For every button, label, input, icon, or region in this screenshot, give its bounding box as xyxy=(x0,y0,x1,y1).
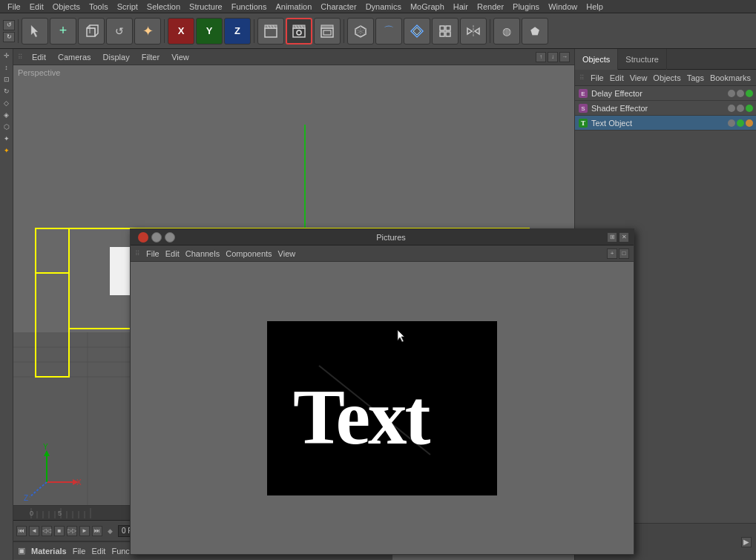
tab-objects[interactable]: Objects xyxy=(575,49,618,70)
menu-selection[interactable]: Selection xyxy=(142,2,185,11)
lt-light[interactable]: ✦ xyxy=(1,145,12,156)
pic-close-btn[interactable]: ✕ xyxy=(619,232,629,243)
lt-select[interactable]: ✛ xyxy=(1,50,12,61)
lt-obj[interactable]: ◇ xyxy=(1,98,12,108)
clapper-button[interactable] xyxy=(257,18,284,45)
cube3d-button[interactable] xyxy=(347,18,374,45)
select-live-button[interactable] xyxy=(22,18,48,45)
vp-menu-display[interactable]: Display xyxy=(100,53,133,62)
vp-nav-right[interactable]: → xyxy=(559,52,570,62)
obj-delay-effector[interactable]: E Delay Effector xyxy=(575,86,756,101)
menu-tools[interactable]: Tools xyxy=(85,2,113,11)
undo-button[interactable]: ↺ xyxy=(3,20,15,30)
pictures-corner-btns: ⊞ ✕ xyxy=(607,232,629,243)
menu-plugins[interactable]: Plugins xyxy=(508,2,544,11)
rs-menu-objects[interactable]: Objects xyxy=(653,73,680,82)
vp-menu-view[interactable]: View xyxy=(168,53,192,62)
undo-rot-button[interactable]: ↺ xyxy=(106,18,133,45)
pic-menu-view[interactable]: View xyxy=(278,249,296,258)
menu-render[interactable]: Render xyxy=(473,2,508,11)
obj-text-object[interactable]: T Text Object xyxy=(575,116,756,131)
menu-animation[interactable]: Animation xyxy=(271,2,316,11)
goto-end-button[interactable]: ⏭ xyxy=(92,526,102,536)
rendered-text-svg: Text xyxy=(267,321,497,495)
tab-structure[interactable]: Structure xyxy=(618,49,667,70)
subdiv-icon xyxy=(410,24,424,39)
pictures-content[interactable]: Text xyxy=(131,262,634,554)
right-sub-toolbar: ⠿ File Edit View Objects Tags Bookmarks xyxy=(575,70,756,86)
vp-menu-cameras[interactable]: Cameras xyxy=(55,53,94,62)
vp-grip-icon: ⠿ xyxy=(18,53,23,61)
y-axis-button[interactable]: Y xyxy=(196,18,223,45)
menu-window[interactable]: Window xyxy=(544,2,582,11)
menu-character[interactable]: Character xyxy=(316,2,361,11)
win-maximize-button[interactable] xyxy=(165,232,175,243)
menu-file[interactable]: File xyxy=(3,2,25,11)
pic-menu-file[interactable]: File xyxy=(146,249,160,258)
menu-objects[interactable]: Objects xyxy=(48,2,85,11)
obj-shader-effector[interactable]: S Shader Effector xyxy=(575,101,756,116)
pic-menu-channels[interactable]: Channels xyxy=(185,249,220,258)
z-axis-button[interactable]: Z xyxy=(224,18,251,45)
pic-zoom-btn[interactable]: + xyxy=(607,248,617,259)
rs-menu-bookmarks[interactable]: Bookmarks xyxy=(710,73,751,82)
menu-structure[interactable]: Structure xyxy=(185,2,227,11)
pictures-titlebar[interactable]: Pictures ⊞ ✕ xyxy=(131,229,634,246)
win-minimize-button[interactable] xyxy=(151,232,162,243)
subdiv-button[interactable] xyxy=(404,18,430,45)
menu-hair[interactable]: Hair xyxy=(449,2,473,11)
lt-rotate[interactable]: ↻ xyxy=(1,86,12,96)
render-view-button[interactable] xyxy=(286,18,312,45)
redo-button[interactable]: ↻ xyxy=(3,32,15,42)
mirror-button[interactable] xyxy=(460,18,487,45)
vp-menu-edit[interactable]: Edit xyxy=(29,53,49,62)
vp-nav-up[interactable]: ↑ xyxy=(536,52,546,62)
rs-menu-file[interactable]: File xyxy=(591,73,604,82)
play-reverse-button[interactable]: ◁◁ xyxy=(42,526,52,536)
pic-layout-btn[interactable]: □ xyxy=(619,248,629,259)
lt-sculpt[interactable]: ⬡ xyxy=(1,122,12,132)
cube3d-icon xyxy=(353,24,368,39)
lt-scale[interactable]: ⊡ xyxy=(1,74,12,85)
win-close-button[interactable] xyxy=(138,232,148,243)
lt-brush[interactable]: ◈ xyxy=(1,110,12,120)
add-object-button[interactable]: + xyxy=(50,18,76,45)
vp-nav-down[interactable]: ↓ xyxy=(548,52,558,62)
array-button[interactable] xyxy=(432,18,458,45)
lt-move[interactable]: ↕ xyxy=(1,62,12,73)
svg-marker-30 xyxy=(475,28,479,34)
mat-menu-edit[interactable]: Edit xyxy=(91,547,105,556)
user-data-expand[interactable]: ▶ xyxy=(741,537,752,547)
menu-script[interactable]: Script xyxy=(113,2,142,11)
menu-dynamics[interactable]: Dynamics xyxy=(361,2,406,11)
stop-button[interactable]: ■ xyxy=(54,526,65,536)
nurbs-button[interactable]: ⌒ xyxy=(375,18,402,45)
lasso-button[interactable]: ◍ xyxy=(493,18,520,45)
menu-functions[interactable]: Functions xyxy=(227,2,272,11)
render-icon xyxy=(292,24,306,39)
pictures-sub-btns: + □ xyxy=(607,248,629,259)
paint-button[interactable]: ⬟ xyxy=(522,18,548,45)
pic-menu-edit[interactable]: Edit xyxy=(165,249,180,258)
batch-render-button[interactable] xyxy=(314,18,341,45)
vp-menu-filter[interactable]: Filter xyxy=(139,53,162,62)
mat-menu-file[interactable]: File xyxy=(73,547,86,556)
play-button[interactable]: ▷▷ xyxy=(67,526,77,536)
goto-start-button[interactable]: ⏮ xyxy=(16,526,27,536)
rs-menu-edit[interactable]: Edit xyxy=(610,73,624,82)
materials-icon: ▣ xyxy=(18,546,25,556)
add2-button[interactable]: ✦ xyxy=(134,18,161,45)
cube-button[interactable] xyxy=(78,18,105,45)
x-axis-button[interactable]: X xyxy=(168,18,194,45)
tick-0: 0 xyxy=(30,510,33,517)
menu-edit[interactable]: Edit xyxy=(25,2,48,11)
menu-mograph[interactable]: MoGraph xyxy=(406,2,449,11)
prev-frame-button[interactable]: ◄ xyxy=(29,526,39,536)
rs-menu-tags[interactable]: Tags xyxy=(687,73,704,82)
menu-help[interactable]: Help xyxy=(582,2,608,11)
next-frame-button[interactable]: ► xyxy=(79,526,90,536)
pic-expand-btn[interactable]: ⊞ xyxy=(607,232,617,243)
lt-paint[interactable]: ✦ xyxy=(1,134,12,144)
pic-menu-components[interactable]: Components xyxy=(226,249,272,258)
rs-menu-view[interactable]: View xyxy=(630,73,648,82)
